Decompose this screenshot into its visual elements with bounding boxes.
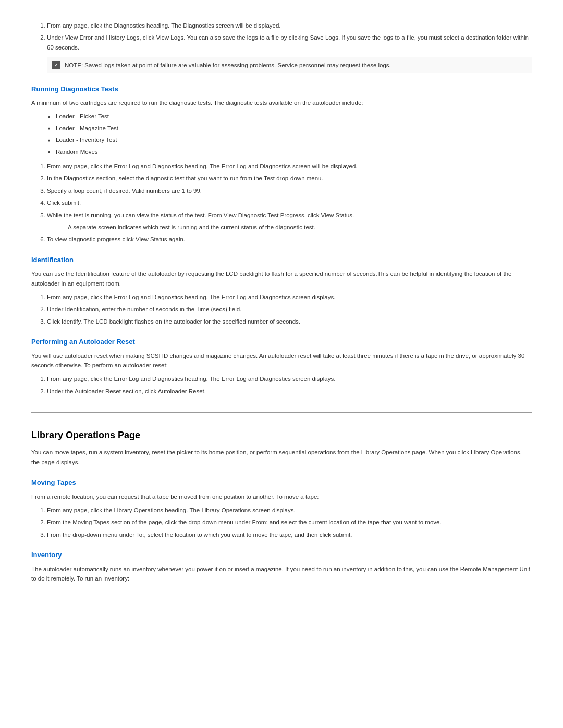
running-diagnostics-heading: Running Diagnostics Tests: [31, 84, 532, 94]
intro-section: From any page, click the Diagnostics hea…: [31, 21, 532, 73]
library-operations-heading: Library Operations Page: [31, 428, 532, 442]
intro-step-2: Under View Error and History Logs, click…: [47, 33, 532, 52]
identification-steps-list: From any page, click the Error Log and D…: [47, 292, 532, 326]
moving-tapes-section: Moving Tapes From a remote location, you…: [31, 477, 532, 539]
test-item-4: Random Moves: [47, 147, 532, 156]
reset-step-1: From any page, click the Error Log and D…: [47, 374, 532, 384]
autoloader-reset-steps-list: From any page, click the Error Log and D…: [47, 374, 532, 396]
diag-step-1: From any page, click the Error Log and D…: [47, 162, 532, 171]
ident-step-3: Click Identify. The LCD backlight flashe…: [47, 317, 532, 326]
library-operations-section: Library Operations Page You can move tap…: [31, 412, 532, 583]
moving-tapes-heading: Moving Tapes: [31, 477, 532, 488]
diagnostics-test-list: Loader - Picker Test Loader - Magazine T…: [47, 112, 532, 156]
moving-tapes-steps-list: From any page, click the Library Operati…: [47, 505, 532, 539]
intro-note: ✓ NOTE: Saved logs taken at point of fai…: [47, 57, 532, 73]
intro-step-1: From any page, click the Diagnostics hea…: [47, 21, 532, 30]
identification-heading: Identification: [31, 255, 532, 265]
inventory-heading: Inventory: [31, 550, 532, 560]
running-diagnostics-section: Running Diagnostics Tests A minimum of t…: [31, 84, 532, 244]
diag-step-5-sub: A separate screen indicates which test i…: [68, 223, 532, 232]
moving-step-1: From any page, click the Library Operati…: [47, 505, 532, 515]
identification-section: Identification You can use the Identific…: [31, 255, 532, 326]
diagnostics-steps-list: From any page, click the Error Log and D…: [47, 162, 532, 244]
test-item-1: Loader - Picker Test: [47, 112, 532, 121]
reset-step-2: Under the Autoloader Reset section, clic…: [47, 387, 532, 396]
library-operations-intro: You can move tapes, run a system invento…: [31, 448, 532, 467]
diag-step-6: To view diagnostic progress click View S…: [47, 235, 532, 244]
ident-step-1: From any page, click the Error Log and D…: [47, 292, 532, 302]
moving-step-3: From the drop-down menu under To:, selec…: [47, 530, 532, 539]
intro-note-text: NOTE: Saved logs taken at point of failu…: [65, 60, 391, 70]
diag-step-4: Click submit.: [47, 198, 532, 207]
autoloader-reset-section: Performing an Autoloader Reset You will …: [31, 337, 532, 396]
autoloader-reset-intro: You will use autoloader reset when makin…: [31, 351, 532, 371]
inventory-intro: The autoloader automatically runs an inv…: [31, 564, 532, 584]
inventory-section: Inventory The autoloader automatically r…: [31, 550, 532, 583]
running-diagnostics-intro: A minimum of two cartridges are required…: [31, 98, 532, 107]
diag-step-3: Specify a loop count, if desired. Valid …: [47, 186, 532, 195]
autoloader-reset-heading: Performing an Autoloader Reset: [31, 337, 532, 347]
diag-step-2: In the Diagnostics section, select the d…: [47, 174, 532, 183]
diag-step-5: While the test is running, you can view …: [47, 211, 532, 232]
identification-intro: You can use the Identification feature o…: [31, 269, 532, 288]
moving-step-2: From the Moving Tapes section of the pag…: [47, 517, 532, 527]
test-item-3: Loader - Inventory Test: [47, 135, 532, 144]
moving-tapes-intro: From a remote location, you can request …: [31, 492, 532, 501]
ident-step-2: Under Identification, enter the number o…: [47, 304, 532, 314]
note-icon: ✓: [52, 61, 60, 69]
test-item-2: Loader - Magazine Test: [47, 124, 532, 133]
